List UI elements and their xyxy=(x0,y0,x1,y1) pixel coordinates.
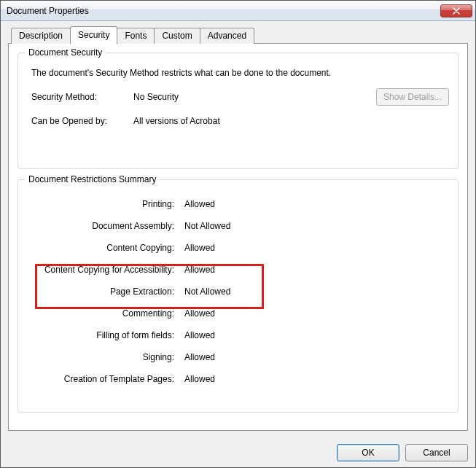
restriction-value: Allowed xyxy=(180,199,215,209)
restriction-value: Allowed xyxy=(180,265,215,275)
restriction-row: Creation of Template Pages: Allowed xyxy=(27,368,449,390)
tab-strip: Description Security Fonts Custom Advanc… xyxy=(8,26,468,43)
group-title-restrictions: Document Restrictions Summary xyxy=(26,174,159,184)
group-title-security: Document Security xyxy=(26,47,105,58)
tab-fonts[interactable]: Fonts xyxy=(117,28,155,44)
restriction-row: Printing: Allowed xyxy=(27,193,449,215)
group-document-security: Document Security The document's Securit… xyxy=(17,52,459,169)
titlebar: Document Properties xyxy=(1,1,475,21)
close-icon xyxy=(453,7,460,15)
security-description: The document's Security Method restricts… xyxy=(31,68,449,78)
ok-button[interactable]: OK xyxy=(337,444,399,461)
restriction-row: Commenting: Allowed xyxy=(27,303,449,324)
cancel-button[interactable]: Cancel xyxy=(405,444,468,461)
restriction-label: Printing: xyxy=(27,199,180,209)
tab-security[interactable]: Security xyxy=(70,26,117,44)
restriction-label: Filling of form fields: xyxy=(27,330,180,340)
restriction-value: Not Allowed xyxy=(180,286,230,297)
close-button[interactable] xyxy=(440,4,472,17)
restriction-row: Document Assembly: Not Allowed xyxy=(27,215,449,237)
dialog-window: Document Properties Description Security… xyxy=(0,0,476,468)
restriction-value: Not Allowed xyxy=(180,221,230,231)
restriction-label: Commenting: xyxy=(27,308,180,319)
tab-custom[interactable]: Custom xyxy=(154,28,200,44)
restriction-row: Signing: Allowed xyxy=(27,346,449,368)
opened-by-label: Can be Opened by: xyxy=(31,116,133,126)
restriction-value: Allowed xyxy=(180,352,215,362)
restriction-value: Allowed xyxy=(180,330,215,340)
restriction-row: Content Copying: Allowed xyxy=(27,237,449,259)
restriction-value: Allowed xyxy=(180,243,215,253)
opened-by-value: All versions of Acrobat xyxy=(133,116,449,126)
restriction-row: Content Copying for Accessibility: Allow… xyxy=(27,259,449,281)
dialog-footer: OK Cancel xyxy=(1,438,475,467)
restriction-label: Signing: xyxy=(27,352,180,362)
restriction-label: Document Assembly: xyxy=(27,221,180,231)
restriction-label: Content Copying for Accessibility: xyxy=(27,265,180,275)
security-method-row: Security Method: No Security Show Detail… xyxy=(31,88,449,106)
tab-advanced[interactable]: Advanced xyxy=(200,28,254,44)
tab-panel-security: Document Security The document's Securit… xyxy=(8,43,468,431)
group-restrictions: Document Restrictions Summary Printing: … xyxy=(17,179,459,413)
window-title: Document Properties xyxy=(7,6,440,16)
tab-description[interactable]: Description xyxy=(11,28,71,44)
security-method-value: No Security xyxy=(133,92,376,102)
show-details-button: Show Details... xyxy=(376,88,449,106)
restriction-label: Creation of Template Pages: xyxy=(27,374,180,384)
restriction-value: Allowed xyxy=(180,374,215,384)
restriction-value: Allowed xyxy=(180,308,215,319)
restriction-label: Page Extraction: xyxy=(27,286,180,297)
restriction-row: Filling of form fields: Allowed xyxy=(27,324,449,346)
security-method-label: Security Method: xyxy=(31,92,133,102)
opened-by-row: Can be Opened by: All versions of Acroba… xyxy=(31,116,449,126)
dialog-content: Description Security Fonts Custom Advanc… xyxy=(1,21,475,438)
restriction-label: Content Copying: xyxy=(27,243,180,253)
restriction-row: Page Extraction: Not Allowed xyxy=(27,281,449,303)
